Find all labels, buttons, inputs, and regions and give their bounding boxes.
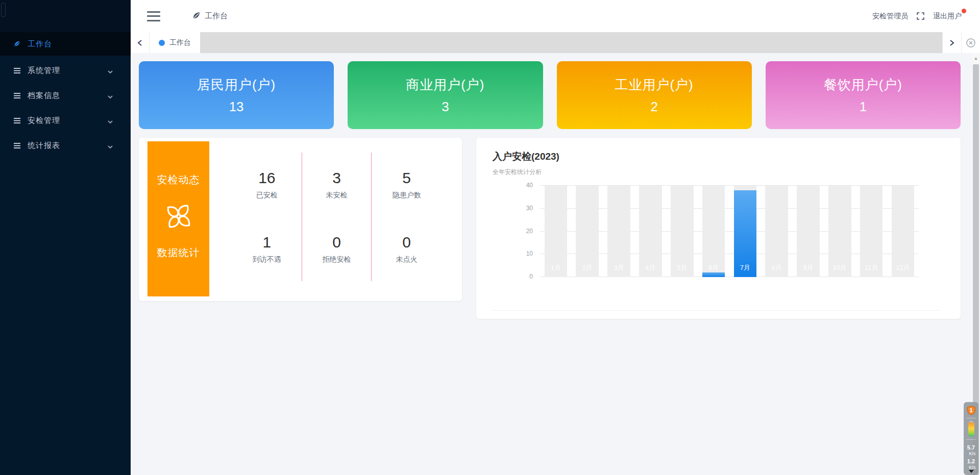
chart-bar-slot: 1月: [540, 186, 572, 277]
sidebar-item-2[interactable]: 系统管理: [0, 58, 131, 83]
top-header: 工作台 安检管理员 退出用户: [131, 0, 980, 32]
close-tabs-icon[interactable]: [961, 32, 980, 53]
tab-label: 工作台: [169, 38, 191, 47]
tabs-scroll-right-icon[interactable]: [942, 32, 961, 53]
menu-list-icon: [13, 117, 21, 125]
menu-list-icon: [13, 142, 21, 150]
security-stats-grid: 16已安检3未安检5隐患户数1到访不遇0拒绝安检0未点火: [209, 141, 462, 296]
chart-bar-slot: 5月: [666, 186, 698, 277]
collapse-sidebar-icon[interactable]: [147, 11, 160, 21]
stat-card-label: 工业用户(户): [615, 76, 693, 94]
chevron-down-icon: [107, 68, 113, 74]
tab-workbench[interactable]: 工作台: [150, 32, 200, 53]
bar-chart: 0102030401月2月3月4月5月6月7月8月9月10月11月12月: [540, 186, 919, 277]
chart-title: 入户安检(2023): [493, 150, 940, 163]
download-speed-value: 1.2: [967, 458, 976, 465]
net-speed-monitor-widget[interactable]: 1 5.7 ↑K/s 1.2 ↓K/s: [964, 402, 978, 475]
stat-card-3[interactable]: 工业用户(户)2: [557, 61, 752, 129]
logout-label: 退出用户: [933, 12, 962, 20]
logo-placeholder: [1, 3, 6, 17]
security-stat-label: 未安检: [326, 191, 347, 200]
fullscreen-icon[interactable]: [916, 11, 925, 21]
sidebar-item-label: 安检管理: [28, 116, 107, 126]
security-stat-label: 拒绝安检: [322, 255, 351, 264]
bar-chart-plot: 1月2月3月4月5月6月7月8月9月10月11月12月: [540, 186, 919, 277]
chart-bar-slot: 4月: [634, 186, 666, 277]
chart-bar-slot: 8月: [761, 186, 793, 277]
notification-dot-badge: [962, 9, 966, 13]
stat-card-value: 13: [229, 99, 244, 115]
x-axis-month-label: 6月: [698, 263, 729, 272]
chart-footer-divider: [493, 310, 940, 319]
sidebar-item-5[interactable]: 统计报表: [0, 133, 131, 158]
chart-bar-slot: 3月: [603, 186, 635, 277]
x-axis-month-label: 10月: [824, 263, 855, 272]
banner-title: 安检动态: [157, 173, 200, 187]
sidebar-item-label: 系统管理: [28, 66, 107, 76]
bar-value-fill: [702, 272, 725, 277]
security-stat-label: 未点火: [396, 255, 418, 264]
stat-card-value: 1: [860, 99, 867, 115]
y-axis-tick-label: 10: [526, 250, 533, 257]
usage-gauge-icon: [968, 421, 974, 437]
stat-card-4[interactable]: 餐饮用户(户)1: [766, 61, 961, 129]
security-stat-value: 1: [262, 234, 271, 251]
security-stat-cell: 16已安检: [232, 153, 302, 217]
y-axis-tick-label: 0: [529, 273, 533, 280]
panels-row: 安检动态 数据统计 16已安检3未安检5隐患户数1到访不遇0拒绝安检0未点火 入…: [139, 138, 961, 319]
security-stat-cell: 0拒绝安检: [302, 217, 372, 281]
header-actions: 安检管理员 退出用户: [872, 11, 963, 21]
stat-card-value: 3: [442, 99, 449, 115]
breadcrumb: 工作台: [192, 11, 228, 21]
x-axis-month-label: 3月: [603, 263, 635, 272]
leaf-icon: [13, 40, 21, 48]
logout-button[interactable]: 退出用户: [933, 12, 963, 21]
scrollbar-up-arrow-icon[interactable]: ▲: [972, 53, 980, 63]
security-stat-label: 隐患户数: [393, 191, 421, 200]
sidebar-item-label: 工作台: [28, 39, 113, 49]
security-stat-value: 16: [258, 169, 275, 187]
widget-divider: [966, 418, 976, 418]
menu-list-icon: [13, 67, 21, 75]
annual-inspection-chart-panel: 入户安检(2023) 全年安检统计分析 0102030401月2月3月4月5月6…: [476, 138, 961, 319]
y-axis-tick-label: 40: [526, 182, 533, 189]
chart-bar-slot: 2月: [572, 186, 603, 277]
stat-card-2[interactable]: 商业用户(户)3: [348, 61, 543, 129]
x-axis-month-label: 5月: [666, 263, 698, 272]
banner-caption: 数据统计: [157, 246, 200, 260]
chevron-down-icon: [107, 93, 113, 99]
y-axis-tick-label: 20: [526, 228, 533, 235]
stat-card-label: 餐饮用户(户): [824, 76, 902, 94]
x-axis-month-label: 11月: [855, 263, 887, 272]
upload-speed: 5.7 ↑K/s: [967, 444, 976, 456]
x-axis-month-label: 9月: [793, 263, 824, 272]
shield-badge-icon[interactable]: 1: [966, 405, 976, 415]
sidebar-item-4[interactable]: 安检管理: [0, 108, 131, 133]
stat-card-1[interactable]: 居民用户(户)13: [139, 61, 334, 129]
widget-collapse-caret-icon[interactable]: [969, 470, 974, 473]
security-stat-value: 3: [332, 169, 341, 187]
security-stat-value: 0: [332, 234, 341, 251]
sidebar-logo-area: [0, 0, 131, 32]
stat-card-label: 居民用户(户): [197, 76, 276, 94]
security-stat-cell: 3未安检: [302, 153, 372, 217]
chart-bar-slot: 12月: [887, 186, 919, 277]
tab-active-dot: [159, 40, 165, 46]
y-axis-tick-label: 30: [526, 205, 533, 212]
sidebar: 工作台系统管理档案信息安检管理统计报表: [0, 0, 131, 475]
stat-card-value: 2: [650, 99, 657, 115]
chart-bar-slot: 10月: [824, 186, 855, 277]
security-stat-label: 到访不遇: [253, 255, 281, 264]
sidebar-item-3[interactable]: 档案信息: [0, 83, 131, 108]
x-axis-month-label: 12月: [887, 263, 919, 272]
app-root: 工作台系统管理档案信息安检管理统计报表 工作台 安检管理员 退出用户: [0, 0, 980, 475]
main-content: 居民用户(户)13商业用户(户)3工业用户(户)2餐饮用户(户)1 安检动态 数…: [131, 53, 980, 475]
security-dynamic-panel: 安检动态 数据统计 16已安检3未安检5隐患户数1到访不遇0拒绝安检0未点火: [139, 138, 462, 301]
sidebar-item-1[interactable]: 工作台: [0, 32, 131, 56]
tabs-scroll-left-icon[interactable]: [131, 32, 150, 53]
security-stat-value: 0: [402, 234, 411, 251]
security-dynamic-banner: 安检动态 数据统计: [148, 141, 209, 296]
widget-divider: [966, 439, 976, 440]
security-stat-cell: 0未点火: [372, 217, 442, 281]
current-user-label: 安检管理员: [872, 12, 908, 21]
